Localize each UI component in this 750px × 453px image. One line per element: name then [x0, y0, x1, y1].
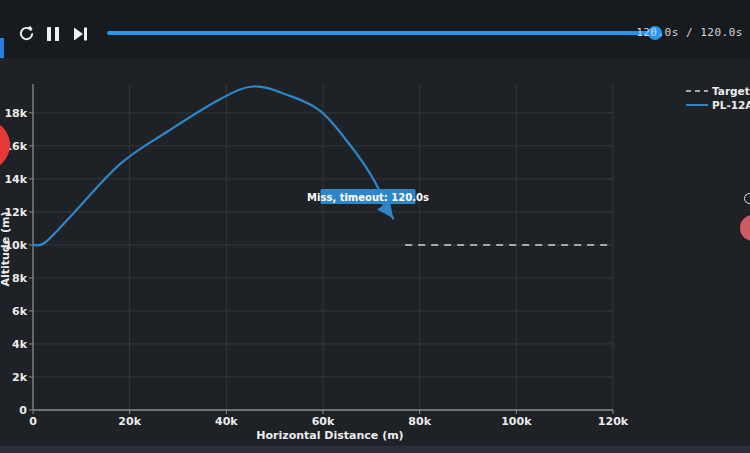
x-tick-label: 60k [312, 415, 335, 428]
restart-button[interactable] [16, 24, 36, 43]
y-tick-label: 0 [19, 404, 27, 417]
x-tick-label: 20k [118, 415, 141, 428]
footer-strip [0, 446, 750, 453]
skip-to-end-icon [73, 26, 88, 42]
time-display: 120.0s / 120.0s [636, 26, 743, 39]
y-tick-label: 14k [4, 173, 27, 186]
legend-target-label: Target [712, 85, 750, 97]
timeline-slider-track[interactable] [107, 31, 662, 35]
legend-item-pl12a[interactable]: PL-12A [686, 99, 750, 111]
y-tick-label: 4k [12, 338, 28, 351]
x-tick-label: 80k [408, 415, 431, 428]
y-tick-label: 8k [12, 272, 28, 285]
axes [29, 84, 613, 414]
edge-blue-bar [0, 38, 4, 58]
annotation-tooltip: Miss, timeout: 120.0s [307, 189, 429, 204]
y-tick-label: 6k [12, 305, 28, 318]
current-time: 120.0s [636, 26, 679, 39]
time-separator: / [679, 26, 700, 39]
timeline-slider[interactable] [107, 26, 662, 40]
annotation-text: Miss, timeout: 120.0s [307, 192, 429, 203]
chart-legend: Target PL-12A [686, 85, 750, 111]
x-axis-title: Horizontal Distance (m) [256, 429, 403, 442]
partial-glyph-icon [744, 193, 750, 204]
player-toolbar: 120.0s / 120.0s [0, 0, 750, 58]
total-time: 120.0s [700, 26, 743, 39]
tick-labels: 020k40k60k80k100k120k02k4k6k8k10k12k14k1… [4, 107, 628, 428]
x-tick-label: 0 [29, 415, 37, 428]
trajectory-line [33, 86, 393, 245]
y-tick-label: 18k [4, 107, 27, 120]
y-tick-label: 2k [12, 371, 28, 384]
legend-item-target[interactable]: Target [686, 85, 750, 97]
restart-icon [18, 25, 35, 42]
x-tick-label: 120k [598, 415, 629, 428]
y-axis-title: Altitude (m) [0, 211, 12, 286]
x-tick-label: 100k [501, 415, 532, 428]
x-tick-label: 40k [215, 415, 238, 428]
skip-to-end-button[interactable] [70, 24, 90, 43]
pause-icon [46, 26, 60, 42]
legend-pl12a-label: PL-12A [712, 99, 750, 111]
simulation-app: 120.0s / 120.0s 020k40k60k80k100k120k02k… [0, 0, 750, 453]
pause-button[interactable] [43, 24, 63, 43]
trajectory-chart[interactable]: 020k40k60k80k100k120k02k4k6k8k10k12k14k1… [0, 58, 750, 446]
grid-lines [33, 84, 613, 410]
